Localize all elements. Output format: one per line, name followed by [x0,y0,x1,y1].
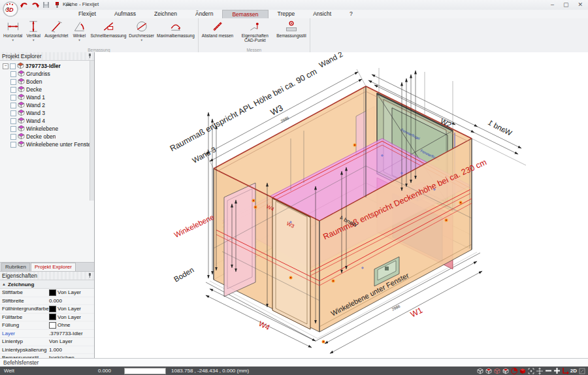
material-view-icon[interactable] [511,367,518,374]
tab-projekt-explorer[interactable]: Projekt Explorer [31,263,76,271]
tree-root[interactable]: − 3797733-Idler [3,62,94,70]
menu-bar: Flexijet Aufmass Zeichnen Ändern Bemasse… [0,10,588,18]
pin-icon[interactable] [88,53,92,60]
quick-access-overflow-caret[interactable]: ▾ [57,1,59,6]
measure-distance-icon [210,20,225,33]
max-dimension-button[interactable]: Maximalbemassung [155,20,196,38]
aligned-dimension-button[interactable]: Ausgerichtet [43,20,69,38]
menu-tab-aendern[interactable]: Ändern [186,10,222,18]
rendered-view-icon[interactable] [502,367,510,374]
color-swatch[interactable] [49,306,56,312]
save-icon[interactable] [42,1,50,9]
horizontal-dimension-button[interactable]: Horizontal ▾ [2,20,24,41]
measure-distance-button[interactable]: Abstand messen [201,20,235,38]
layer-checkbox[interactable] [10,79,16,85]
layer-checkbox[interactable] [10,103,16,108]
tree-item-decke-oben[interactable]: Decke oben [3,133,94,140]
dropdown-caret[interactable]: ▾ [140,39,142,41]
property-row-layer[interactable]: Layer.3797733-Idler [0,330,94,338]
layer-checkbox[interactable] [10,118,16,124]
command-input[interactable] [124,368,166,374]
collapse-icon[interactable]: − [3,63,8,69]
tree-item-winkelebene-unter-fenster[interactable]: Winkelebene unter Fenster [3,140,94,148]
property-row[interactable]: Linientypskalierung1.000 [0,346,94,355]
cad-point-properties-button[interactable]: Eigenschaften CAD-Punkt [235,20,275,43]
quick-dimension-button[interactable]: Schnellbemassung [89,20,127,38]
layer-checkbox[interactable] [10,142,16,148]
minimize-button[interactable]: – [551,1,554,9]
layer-cube-icon [18,70,25,78]
property-row[interactable]: FüllhintergrundfarbeVon Layer [0,305,94,314]
pin-icon[interactable] [88,272,92,280]
menu-tab-flexijet[interactable]: Flexijet [69,10,105,18]
layer-cube-icon [18,86,25,93]
tree-item-wand-1[interactable]: Wand 1 [3,93,94,101]
ribbon-group-messen: Abstand messen Eigenschaften CAD-Punkt B… [199,18,310,52]
tree-item-winkelebene[interactable]: Winkelebene [3,125,94,133]
zoom-in-icon[interactable] [553,367,561,374]
shaded-view-icon[interactable] [494,367,501,374]
dropdown-caret[interactable]: ▾ [33,39,35,41]
root-checkbox[interactable] [10,63,16,69]
property-row[interactable]: LinientypVon Layer [0,338,94,346]
property-row[interactable]: FüllfarbeVon Layer [0,314,94,322]
dropdown-caret[interactable]: ▾ [12,39,14,41]
layer-checkbox[interactable] [10,95,16,101]
window-title: Küche - Flexijet [63,1,99,7]
coordinate-system-label[interactable]: Welt [4,368,89,374]
zoom-window-icon[interactable] [528,367,535,374]
color-swatch[interactable] [49,289,56,296]
property-row[interactable]: FüllungOhne [0,321,94,330]
undo-icon[interactable] [20,1,28,9]
tree-item-boden[interactable]: Boden [3,78,94,86]
tab-rubriken[interactable]: Rubriken [1,263,30,271]
menu-tab-help[interactable]: ? [340,10,362,18]
dimension-value: 2986 [391,304,401,312]
ucs-icon[interactable] [562,367,569,374]
boden-label: Boden [172,266,195,284]
cursor-coordinates: 1083.758 , -248.434 , 0.000 (mm) [171,368,249,374]
zoom-out-icon[interactable] [545,367,552,374]
menu-tab-bemassen[interactable]: Bemassen [222,10,268,19]
color-swatch[interactable] [49,322,56,329]
flexijet-3d-logo: 3D [3,1,18,17]
angle-dimension-button[interactable]: Winkel ▾ [69,20,89,41]
close-button[interactable]: ✕ [578,1,583,9]
solid-view-icon[interactable] [519,367,527,374]
command-window-bar[interactable]: Befehlsfenster [0,358,588,367]
section-zeichnung[interactable]: ▲Zeichnung [0,280,94,289]
vertical-dimension-button[interactable]: Vertikal ▾ [24,20,43,41]
wireframe-view-icon[interactable] [477,367,484,374]
tree-item-decke[interactable]: Decke [3,86,94,93]
hidden-line-view-icon[interactable] [485,367,493,374]
2d-mode-toggle[interactable]: 2D [570,368,577,374]
w1-label: W1 [409,306,424,319]
pan-icon[interactable] [536,367,544,374]
tree-item-grundriss[interactable]: Grundriss [3,70,94,78]
dropdown-caret[interactable]: ▾ [78,39,80,41]
redo-icon[interactable] [31,1,39,9]
fit-view-icon[interactable] [578,367,585,374]
tree-item-wand-3[interactable]: Wand 3 [3,109,94,117]
menu-tab-ansicht[interactable]: Ansicht [304,10,340,18]
tree-item-wand-4[interactable]: Wand 4 [3,117,94,125]
layer-checkbox[interactable] [10,71,16,77]
layer-checkbox[interactable] [10,134,16,140]
dimension-style-button[interactable]: Bemassungsstil [275,20,308,38]
menu-tab-aufmass[interactable]: Aufmass [105,10,145,18]
layer-checkbox[interactable] [10,126,16,132]
property-row[interactable]: StiftfarbeVon Layer [0,289,94,297]
angle-value: 0.000 [98,368,111,374]
isometric-room-drawing[interactable]: Fensterflügel Fensterflügel [95,52,588,358]
menu-tab-treppe[interactable]: Treppe [269,10,304,18]
maximize-button[interactable]: ▢ [563,1,569,9]
tree-scrollbar[interactable] [90,61,94,201]
layer-checkbox[interactable] [10,87,16,93]
menu-tab-zeichnen[interactable]: Zeichnen [145,10,186,18]
diameter-dimension-button[interactable]: Durchmesser ▾ [127,20,155,41]
cad-viewport[interactable]: Fensterflügel Fensterflügel [95,52,588,358]
layer-checkbox[interactable] [10,110,16,116]
tree-item-wand-2[interactable]: Wand 2 [3,101,94,109]
color-swatch[interactable] [49,314,56,320]
property-row[interactable]: Stiftbreite0.000 [0,297,94,306]
